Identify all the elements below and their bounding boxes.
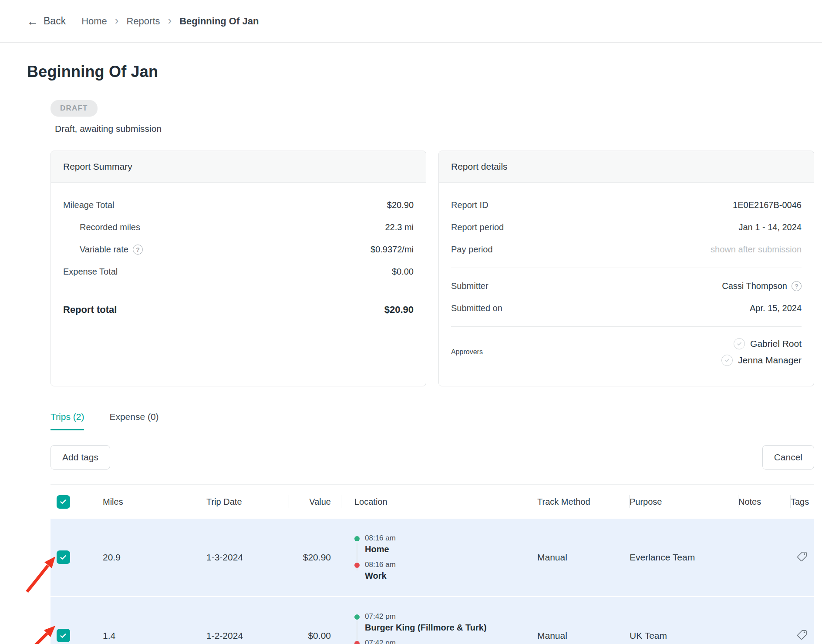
details-row-pay-period: Pay period shown after submission xyxy=(451,238,802,261)
trip-location: 08:16 am Home 08:16 am Work xyxy=(341,519,537,596)
trip-tags xyxy=(791,597,814,644)
breadcrumb-home[interactable]: Home xyxy=(81,16,107,27)
cards-row: Report Summary Mileage Total $20.90 Reco… xyxy=(51,151,814,386)
summary-row-expense-total: Expense Total $0.00 xyxy=(63,261,414,283)
start-dot-icon xyxy=(354,614,360,620)
summary-row-variable-rate: Variable rate ? $0.9372/mi xyxy=(63,238,414,261)
trips-toolbar: Add tags Cancel xyxy=(51,445,814,470)
trip-date: 1-2-2024 xyxy=(180,597,289,644)
start-dot-icon xyxy=(354,536,360,541)
end-dot-icon xyxy=(354,641,360,644)
row-label: Submitted on xyxy=(451,303,502,313)
summary-row-mileage-total: Mileage Total $20.90 xyxy=(63,194,414,216)
report-content: DRAFT Draft, awaiting submission Report … xyxy=(0,81,822,644)
trip-start: 08:16 am Home xyxy=(354,534,396,554)
divider xyxy=(451,268,802,268)
trip-purpose: UK Team xyxy=(630,597,738,644)
chevron-right-icon: › xyxy=(115,15,119,26)
row-value: Jan 1 - 14, 2024 xyxy=(738,222,802,232)
page-title: Beginning Of Jan xyxy=(0,43,822,81)
status-badge: DRAFT xyxy=(51,100,98,117)
chevron-right-icon: › xyxy=(168,15,172,26)
tag-icon[interactable] xyxy=(796,629,808,643)
trip-value: $0.00 xyxy=(289,597,341,644)
trip-notes xyxy=(738,519,791,596)
trip-miles: 1.4 xyxy=(76,597,180,644)
details-row-report-period: Report period Jan 1 - 14, 2024 xyxy=(451,216,802,238)
column-header-miles[interactable]: Miles xyxy=(76,485,180,519)
approver: Gabriel Root xyxy=(721,338,802,349)
row-value: $0.9372/mi xyxy=(371,245,414,255)
column-header-track-method[interactable]: Track Method xyxy=(537,485,630,519)
trip-row[interactable]: 20.9 1-3-2024 $20.90 08:16 am Home xyxy=(51,519,814,597)
row-label: Report period xyxy=(451,222,504,232)
divider xyxy=(451,326,802,327)
trip-value: $20.90 xyxy=(289,519,341,596)
row-value: $0.00 xyxy=(392,267,414,277)
row-label: Report ID xyxy=(451,200,488,210)
trip-location: 07:42 pm Burger King (Fillmore & Turk) 0… xyxy=(341,597,537,644)
column-header-notes[interactable]: Notes xyxy=(738,485,791,519)
column-header-trip-date[interactable]: Trip Date xyxy=(180,485,289,519)
row-value: Cassi Thompson ? xyxy=(722,281,802,291)
row-checkbox[interactable] xyxy=(57,550,70,564)
column-header-location[interactable]: Location xyxy=(341,485,537,519)
divider xyxy=(63,290,414,290)
trip-notes xyxy=(738,597,791,644)
summary-row-recorded-miles: Recorded miles 22.3 mi xyxy=(63,216,414,238)
back-link[interactable]: ← Back xyxy=(27,15,66,27)
row-label: Variable rate ? xyxy=(63,245,143,255)
cancel-button[interactable]: Cancel xyxy=(762,445,814,470)
trip-row[interactable]: 1.4 1-2-2024 $0.00 07:42 pm Burger King … xyxy=(51,597,814,644)
approver-check-icon xyxy=(734,338,745,349)
tab-bar: Trips (2) Expense (0) xyxy=(51,412,814,430)
details-row-submitted-on: Submitted on Apr. 15, 2024 xyxy=(451,297,802,319)
select-all-checkbox[interactable] xyxy=(57,495,70,509)
breadcrumb-current: Beginning Of Jan xyxy=(179,16,259,27)
back-arrow-icon: ← xyxy=(27,16,38,27)
column-header-tags[interactable]: Tags xyxy=(791,485,815,519)
breadcrumb-bar: ← Back Home › Reports › Beginning Of Jan xyxy=(0,0,822,43)
report-details-title: Report details xyxy=(439,151,814,183)
trip-purpose: Everlance Team xyxy=(630,519,738,596)
row-label: Expense Total xyxy=(63,267,118,277)
status-text: Draft, awaiting submission xyxy=(51,124,814,134)
row-label: Pay period xyxy=(451,245,493,255)
details-row-submitter: Submitter Cassi Thompson ? xyxy=(451,275,802,297)
report-details-card: Report details Report ID 1E0E2167B-0046 … xyxy=(438,151,814,386)
row-label: Recorded miles xyxy=(63,222,140,232)
row-value: 22.3 mi xyxy=(385,222,414,232)
trip-miles: 20.9 xyxy=(76,519,180,596)
row-value: shown after submission xyxy=(711,245,802,255)
summary-report-total: Report total $20.90 xyxy=(63,297,414,322)
add-tags-button[interactable]: Add tags xyxy=(51,445,110,470)
breadcrumb: Home › Reports › Beginning Of Jan xyxy=(81,16,259,27)
approver-check-icon xyxy=(721,355,733,366)
row-label: Submitter xyxy=(451,281,488,291)
details-row-report-id: Report ID 1E0E2167B-0046 xyxy=(451,194,802,216)
row-checkbox[interactable] xyxy=(57,629,70,642)
row-value: 1E0E2167B-0046 xyxy=(733,200,802,210)
trip-end: 08:16 am Work xyxy=(354,560,396,581)
trip-end: 07:42 pm Safeway (SF) xyxy=(354,639,487,644)
trip-start: 07:42 pm Burger King (Fillmore & Turk) xyxy=(354,612,487,633)
tab-trips[interactable]: Trips (2) xyxy=(51,412,84,430)
help-icon[interactable]: ? xyxy=(133,245,143,255)
row-value: Apr. 15, 2024 xyxy=(750,303,802,313)
trip-tags xyxy=(791,519,814,596)
help-icon[interactable]: ? xyxy=(792,281,802,291)
end-dot-icon xyxy=(354,563,360,568)
column-header-purpose[interactable]: Purpose xyxy=(630,485,738,519)
breadcrumb-reports[interactable]: Reports xyxy=(127,16,160,27)
trip-track-method: Manual xyxy=(537,519,630,596)
tag-icon[interactable] xyxy=(796,550,808,564)
tab-expense[interactable]: Expense (0) xyxy=(109,412,158,430)
column-header-value[interactable]: Value xyxy=(289,485,341,519)
back-label: Back xyxy=(44,15,66,27)
details-row-approvers: Approvers Gabriel Root Jenna xyxy=(451,334,802,370)
trip-date: 1-3-2024 xyxy=(180,519,289,596)
table-header-row: Miles Trip Date Value Location Track Met… xyxy=(51,485,814,519)
trips-table: Miles Trip Date Value Location Track Met… xyxy=(51,484,814,644)
approver: Jenna Manager xyxy=(721,355,802,366)
row-label: Approvers xyxy=(451,348,483,356)
